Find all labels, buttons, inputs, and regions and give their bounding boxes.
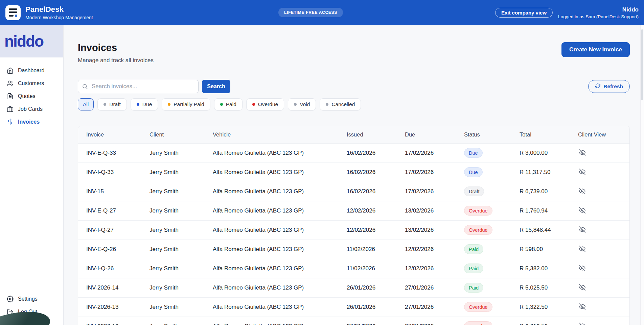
search-input[interactable] bbox=[78, 80, 199, 93]
issued-cell: 26/01/2026 bbox=[339, 278, 397, 297]
eye-off-icon bbox=[579, 284, 586, 291]
filter-label: Void bbox=[300, 101, 310, 107]
filter-label: Overdue bbox=[258, 101, 278, 107]
eye-off-icon bbox=[579, 322, 586, 325]
client-view-cell bbox=[570, 297, 630, 317]
sidebar-item-invoices[interactable]: Invoices bbox=[0, 116, 63, 128]
invoice-cell: INV-E-Q-27 bbox=[78, 201, 141, 220]
client-cell: Jerry Smith bbox=[141, 297, 205, 317]
page-title: Invoices bbox=[78, 42, 154, 53]
client-view-toggle[interactable] bbox=[578, 283, 586, 292]
status-cell: Overdue bbox=[456, 297, 511, 317]
total-cell: R 11,317.50 bbox=[511, 162, 570, 182]
sidebar-item-job-cards[interactable]: Job Cards bbox=[0, 103, 63, 116]
column-header-status: Status bbox=[456, 126, 511, 143]
table-row[interactable]: INV-I-Q-27Jerry SmithAlfa Romeo Giuliett… bbox=[78, 220, 630, 240]
account-name: Niddo bbox=[558, 6, 639, 13]
client-cell: Jerry Smith bbox=[141, 259, 205, 278]
status-cell: Draft bbox=[456, 182, 511, 201]
table-row[interactable]: INV-E-Q-27Jerry SmithAlfa Romeo Giuliett… bbox=[78, 201, 630, 220]
invoice-cell: INV-E-Q-33 bbox=[78, 143, 141, 162]
sidebar-item-dashboard[interactable]: Dashboard bbox=[0, 64, 63, 77]
client-view-toggle[interactable] bbox=[578, 322, 586, 325]
filter-pill-draft[interactable]: Draft bbox=[97, 98, 127, 110]
client-view-toggle[interactable] bbox=[578, 187, 586, 195]
create-new-invoice-button[interactable]: Create New Invoice bbox=[561, 42, 630, 57]
total-cell: R 1,760.94 bbox=[511, 201, 570, 220]
table-row[interactable]: INV-2026-13Jerry SmithAlfa Romeo Giuliet… bbox=[78, 297, 630, 317]
filter-pill-partially-paid[interactable]: Partially Paid bbox=[162, 98, 210, 110]
invoice-cell: INV-2026-13 bbox=[78, 297, 141, 317]
status-dot bbox=[326, 103, 328, 106]
lifetime-access-badge: LIFETIME FREE ACCESS bbox=[278, 8, 343, 17]
eye-off-icon bbox=[579, 149, 586, 156]
client-view-cell bbox=[570, 182, 630, 201]
logo-bar bbox=[9, 15, 14, 17]
total-cell: R 15,848.44 bbox=[511, 220, 570, 240]
toolbar: Search Refresh bbox=[78, 80, 630, 93]
total-cell: R 598.00 bbox=[511, 240, 570, 259]
sidebar-item-quotes[interactable]: Quotes bbox=[0, 90, 63, 103]
client-view-toggle[interactable] bbox=[578, 206, 586, 215]
total-cell: R 6,612.50 bbox=[511, 317, 570, 325]
exit-company-view-button[interactable]: Exit company view bbox=[495, 8, 553, 18]
client-view-toggle[interactable] bbox=[578, 148, 586, 157]
page-subtitle: Manage and track all invoices bbox=[78, 57, 154, 64]
app-subtitle: Modern Workshop Management bbox=[25, 15, 93, 20]
table-row[interactable]: INV-2026-12Jerry SmithAlfa Romeo Giuliet… bbox=[78, 317, 630, 325]
due-cell: 27/01/2026 bbox=[397, 317, 456, 325]
briefcase-icon bbox=[7, 106, 14, 112]
filter-pill-paid[interactable]: Paid bbox=[214, 98, 243, 110]
logo-bar bbox=[9, 11, 17, 13]
issued-cell: 12/02/2026 bbox=[339, 201, 397, 220]
filter-pill-void[interactable]: Void bbox=[288, 98, 316, 110]
invoices-table: InvoiceClientVehicleIssuedDueStatusTotal… bbox=[78, 126, 630, 325]
vehicle-cell: Alfa Romeo Giulietta (ABC 123 GP) bbox=[205, 162, 339, 182]
status-badge: Due bbox=[464, 167, 483, 177]
due-cell: 27/01/2026 bbox=[397, 278, 456, 297]
table-row[interactable]: INV-I-Q-33Jerry SmithAlfa Romeo Giuliett… bbox=[78, 162, 630, 182]
sidebar-item-customers[interactable]: Customers bbox=[0, 77, 63, 90]
filter-pill-overdue[interactable]: Overdue bbox=[246, 98, 284, 110]
vehicle-cell: Alfa Romeo Giulietta (ABC 123 GP) bbox=[205, 201, 339, 220]
filter-label: Due bbox=[142, 101, 152, 107]
client-view-toggle[interactable] bbox=[578, 302, 586, 311]
client-view-toggle[interactable] bbox=[578, 225, 586, 234]
table-header-row: InvoiceClientVehicleIssuedDueStatusTotal… bbox=[78, 126, 630, 143]
client-cell: Jerry Smith bbox=[141, 278, 205, 297]
table-row[interactable]: INV-I-Q-26Jerry SmithAlfa Romeo Giuliett… bbox=[78, 259, 630, 278]
main-content: Invoices Manage and track all invoices C… bbox=[64, 25, 644, 325]
page-scrollbar[interactable] bbox=[640, 25, 644, 325]
column-header-due: Due bbox=[397, 126, 456, 143]
filter-pill-due[interactable]: Due bbox=[131, 98, 158, 110]
client-view-toggle[interactable] bbox=[578, 168, 586, 176]
top-header-bar: PanelDesk Modern Workshop Management LIF… bbox=[0, 0, 644, 25]
filter-pill-cancelled[interactable]: Cancelled bbox=[320, 98, 361, 110]
status-badge: Overdue bbox=[464, 321, 492, 325]
table-row[interactable]: INV-15Jerry SmithAlfa Romeo Giulietta (A… bbox=[78, 182, 630, 201]
total-cell: R 5,382.00 bbox=[511, 259, 570, 278]
table-row[interactable]: INV-E-Q-33Jerry SmithAlfa Romeo Giuliett… bbox=[78, 143, 630, 162]
refresh-button[interactable]: Refresh bbox=[588, 80, 630, 93]
invoice-cell: INV-E-Q-26 bbox=[78, 240, 141, 259]
issued-cell: 11/02/2026 bbox=[339, 240, 397, 259]
filter-pill-all[interactable]: All bbox=[78, 98, 94, 110]
search-button[interactable]: Search bbox=[202, 80, 230, 93]
scrollbar-thumb[interactable] bbox=[641, 29, 643, 100]
client-view-toggle[interactable] bbox=[578, 264, 586, 272]
table-row[interactable]: INV-2026-14Jerry SmithAlfa Romeo Giuliet… bbox=[78, 278, 630, 297]
status-badge: Overdue bbox=[464, 206, 492, 216]
vehicle-cell: Alfa Romeo Giulietta (ABC 123 GP) bbox=[205, 182, 339, 201]
sidebar-item-settings[interactable]: Settings bbox=[0, 293, 63, 305]
page-header-text: Invoices Manage and track all invoices bbox=[78, 40, 154, 64]
total-cell: R 6,739.00 bbox=[511, 182, 570, 201]
client-view-toggle[interactable] bbox=[578, 245, 586, 253]
filter-label: Partially Paid bbox=[174, 101, 204, 107]
app-title: PanelDesk bbox=[25, 5, 93, 14]
logged-in-status: Logged in as Sam (PanelDesk Support) bbox=[558, 14, 639, 19]
company-logo-area: niddo bbox=[0, 25, 63, 57]
table-row[interactable]: INV-E-Q-26Jerry SmithAlfa Romeo Giuliett… bbox=[78, 240, 630, 259]
client-view-cell bbox=[570, 162, 630, 182]
status-cell: Overdue bbox=[456, 317, 511, 325]
due-cell: 13/02/2026 bbox=[397, 201, 456, 220]
